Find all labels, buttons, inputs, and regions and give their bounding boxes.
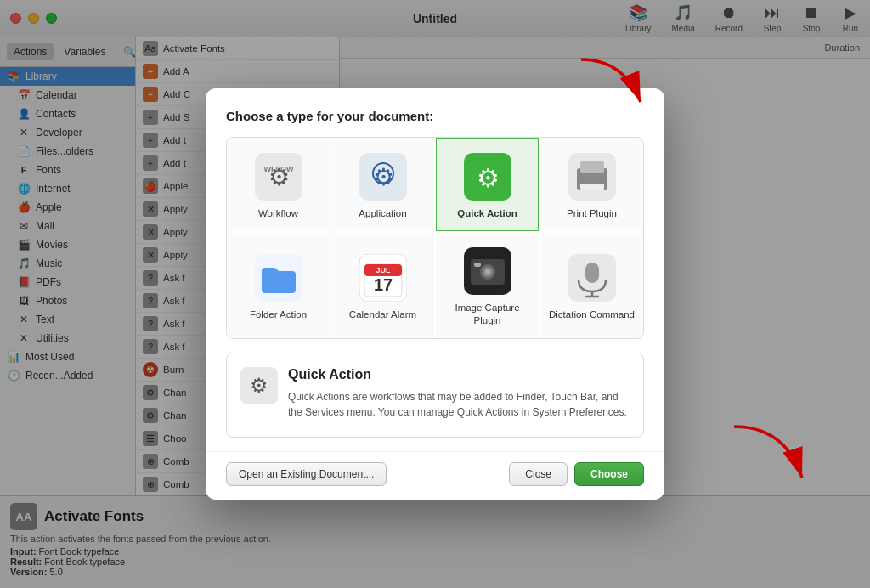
description-box: ⚙ Quick Action Quick Actions are workflo… (226, 353, 644, 438)
doc-type-quick-action[interactable]: ⚙ Quick Action (436, 138, 539, 231)
svg-text:17: 17 (373, 275, 392, 294)
svg-text:⚙: ⚙ (372, 164, 393, 190)
close-button[interactable]: Close (509, 462, 568, 486)
svg-rect-24 (474, 263, 481, 267)
modal-overlay: Choose a type for your document: ⚙ WFLOW… (0, 0, 870, 588)
doc-type-label: Dictation Command (549, 308, 635, 321)
svg-text:WFLOW: WFLOW (263, 165, 293, 173)
arrow-bottom (717, 410, 819, 512)
doc-types-grid: ⚙ WFLOW Workflow ⚙ Application (226, 137, 644, 339)
desc-content: Quick Action Quick Actions are workflows… (288, 367, 630, 423)
svg-text:⚙: ⚙ (250, 374, 268, 397)
doc-type-application[interactable]: ⚙ Application (331, 138, 434, 231)
doc-type-print-plugin[interactable]: Print Plugin (540, 138, 643, 231)
desc-text: Quick Actions are workflows that may be … (288, 389, 630, 420)
modal-footer: Open an Existing Document... Close Choos… (206, 451, 664, 500)
modal-body: Choose a type for your document: ⚙ WFLOW… (206, 88, 664, 438)
modal-title: Choose a type for your document: (226, 109, 644, 123)
folder-action-icon (255, 254, 302, 302)
desc-icon: ⚙ (240, 367, 278, 404)
doc-type-dictation[interactable]: Dictation Command (540, 233, 643, 338)
calendar-alarm-icon: 17 JUL (359, 254, 407, 302)
modal-dialog: Choose a type for your document: ⚙ WFLOW… (206, 88, 664, 500)
svg-rect-26 (585, 263, 599, 283)
svg-text:⚙: ⚙ (476, 164, 499, 192)
desc-title: Quick Action (288, 367, 630, 382)
choose-button[interactable]: Choose (574, 462, 644, 486)
doc-type-label: Image Capture Plugin (443, 302, 531, 327)
print-plugin-icon (568, 153, 616, 201)
doc-type-label: Calendar Alarm (349, 308, 416, 321)
image-capture-icon (464, 247, 511, 295)
doc-type-image-capture[interactable]: Image Capture Plugin (436, 233, 539, 338)
doc-type-label: Workflow (258, 207, 298, 220)
svg-rect-11 (580, 161, 604, 173)
doc-type-label: Print Plugin (567, 207, 617, 220)
open-existing-button[interactable]: Open an Existing Document... (226, 462, 387, 486)
dictation-icon (568, 254, 616, 302)
doc-type-workflow[interactable]: ⚙ WFLOW Workflow (227, 138, 330, 231)
application-icon: ⚙ (359, 153, 407, 201)
svg-point-23 (485, 269, 490, 274)
doc-type-label: Application (359, 207, 406, 220)
doc-type-folder-action[interactable]: Folder Action (227, 233, 330, 338)
doc-type-calendar-alarm[interactable]: 17 JUL Calendar Alarm (331, 233, 434, 338)
svg-text:JUL: JUL (376, 266, 391, 274)
doc-type-label: Quick Action (457, 207, 517, 220)
svg-rect-12 (580, 184, 604, 190)
workflow-icon: ⚙ WFLOW (255, 153, 302, 201)
quick-action-icon: ⚙ (464, 153, 511, 201)
doc-type-label: Folder Action (250, 308, 307, 321)
